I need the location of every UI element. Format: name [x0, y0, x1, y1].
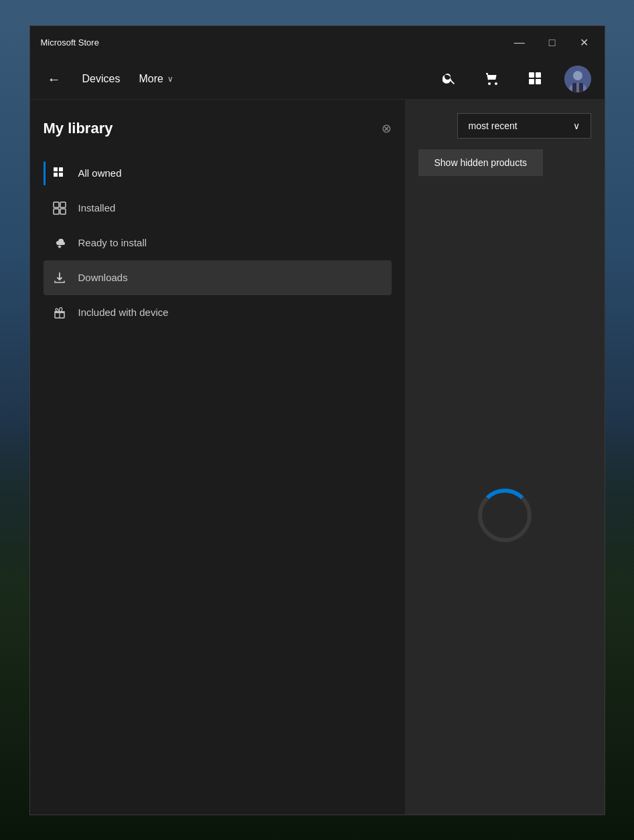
svg-rect-16: [60, 209, 66, 214]
main-content: My library ⊕ All owned: [30, 100, 605, 815]
sort-chevron: ∨: [573, 120, 580, 131]
title-bar-controls: — □ ✕: [509, 35, 594, 51]
library-icon: [528, 72, 542, 85]
all-owned-icon: [52, 165, 68, 181]
show-hidden-button[interactable]: Show hidden products: [418, 149, 544, 176]
avatar-image: [564, 66, 591, 92]
cart-button[interactable]: [479, 68, 505, 91]
window-title: Microsoft Store: [41, 37, 99, 48]
nav-more-label: More: [139, 73, 163, 85]
nav-item-downloads-label: Downloads: [78, 272, 128, 283]
sort-label: most recent: [469, 120, 518, 131]
right-panel: most recent ∨ Show hidden products: [405, 100, 605, 815]
library-nav: All owned Installed: [44, 156, 392, 330]
nav-more-chevron: ∨: [167, 74, 173, 84]
svg-rect-11: [54, 173, 58, 177]
gift-icon: [52, 305, 68, 321]
nav-item-downloads[interactable]: Downloads: [44, 260, 392, 295]
installed-icon: [52, 200, 68, 216]
nav-devices[interactable]: Devices: [81, 70, 122, 88]
svg-rect-1: [536, 72, 541, 78]
nav-item-included-label: Included with device: [78, 307, 169, 318]
sidebar-header: My library ⊕: [44, 120, 392, 137]
nav-item-installed[interactable]: Installed: [44, 191, 392, 226]
nav-item-all-owned[interactable]: All owned: [44, 156, 392, 191]
svg-rect-12: [59, 173, 63, 177]
svg-rect-14: [60, 202, 66, 207]
spinner-container: [418, 230, 591, 801]
nav-item-ready-label: Ready to install: [78, 237, 147, 248]
pin-icon[interactable]: ⊕: [378, 119, 395, 137]
svg-rect-2: [529, 79, 534, 84]
nav-item-all-owned-label: All owned: [78, 167, 122, 179]
sidebar: My library ⊕ All owned: [30, 100, 405, 815]
close-button[interactable]: ✕: [574, 35, 594, 51]
sidebar-title: My library: [44, 120, 113, 137]
search-button[interactable]: [436, 68, 463, 91]
loading-spinner: [478, 489, 532, 542]
sort-select[interactable]: most recent ∨: [457, 113, 591, 139]
avatar[interactable]: [564, 66, 591, 92]
title-bar: Microsoft Store — □ ✕: [30, 26, 605, 60]
back-button[interactable]: ←: [44, 68, 65, 90]
svg-rect-3: [536, 79, 541, 84]
svg-rect-0: [529, 72, 534, 78]
svg-rect-10: [59, 167, 63, 171]
spinner-ring: [478, 489, 532, 542]
cart-icon: [485, 72, 499, 85]
nav-item-included[interactable]: Included with device: [44, 295, 392, 330]
download-icon: [52, 270, 68, 286]
maximize-button[interactable]: □: [544, 35, 561, 51]
nav-more[interactable]: More ∨: [137, 70, 174, 88]
nav-item-installed-label: Installed: [78, 202, 116, 214]
nav-bar: ← Devices More ∨: [30, 60, 605, 100]
svg-rect-13: [54, 202, 59, 207]
cloud-icon: [52, 235, 68, 251]
svg-rect-9: [54, 167, 58, 171]
library-button[interactable]: [522, 68, 548, 91]
svg-rect-8: [576, 83, 579, 92]
svg-point-5: [573, 71, 582, 80]
nav-item-ready-to-install[interactable]: Ready to install: [44, 226, 392, 260]
app-window: Microsoft Store — □ ✕ ← Devices More ∨: [29, 25, 605, 815]
search-icon: [443, 72, 456, 85]
minimize-button[interactable]: —: [509, 35, 530, 51]
sort-dropdown-container: most recent ∨: [418, 113, 591, 139]
svg-rect-15: [54, 209, 59, 214]
